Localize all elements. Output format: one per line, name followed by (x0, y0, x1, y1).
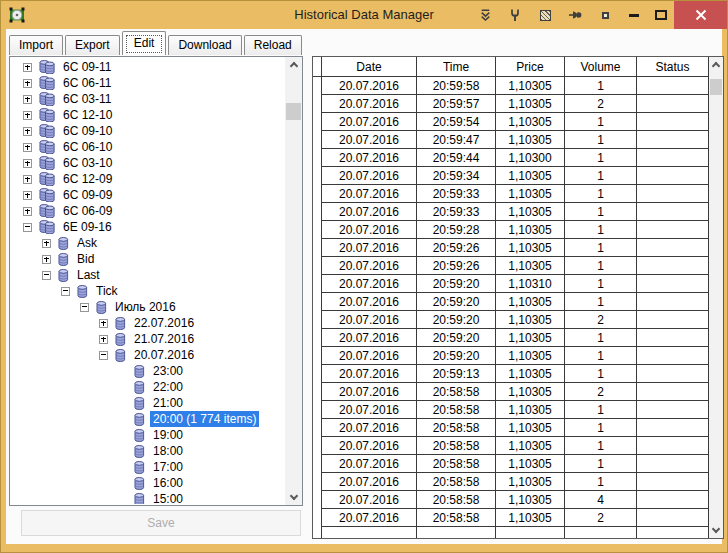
cell-date[interactable]: 20.07.2016 (322, 149, 417, 167)
cell-volume[interactable]: 1 (565, 203, 637, 221)
tree-item-label[interactable]: 23:00 (150, 363, 186, 379)
cell-volume[interactable]: 1 (565, 131, 637, 149)
cell-price[interactable]: 1,10305 (496, 185, 565, 203)
cell-status[interactable] (637, 491, 709, 509)
tree-expand-icon[interactable] (99, 335, 108, 344)
cell-date[interactable]: 20.07.2016 (322, 257, 417, 275)
cell-date[interactable]: 20.07.2016 (322, 401, 417, 419)
cell-status[interactable] (637, 437, 709, 455)
cell-volume[interactable]: 2 (565, 383, 637, 401)
pin-icon[interactable] (560, 1, 590, 29)
cell-status[interactable] (637, 455, 709, 473)
cell-price[interactable]: 1,10300 (496, 149, 565, 167)
cell-date[interactable]: 20.07.2016 (322, 419, 417, 437)
tree-item-label[interactable]: Last (74, 267, 103, 283)
cell-time[interactable]: 20:59:20 (417, 293, 496, 311)
cell-status[interactable] (637, 149, 709, 167)
column-header-volume[interactable]: Volume (565, 57, 637, 76)
cell-status[interactable] (637, 167, 709, 185)
cell-status[interactable] (637, 509, 709, 527)
tab-export[interactable]: Export (65, 35, 120, 55)
cell-volume[interactable]: 1 (565, 365, 637, 383)
cell-date[interactable]: 20.07.2016 (322, 95, 417, 113)
tree-item-label[interactable]: 15:00 (150, 491, 186, 504)
tree-item-label[interactable]: Ask (74, 235, 100, 251)
tree-item-label[interactable]: 18:00 (150, 443, 186, 459)
cell-volume[interactable]: 1 (565, 329, 637, 347)
cell-volume[interactable]: 1 (565, 455, 637, 473)
small-box-icon[interactable] (590, 1, 620, 29)
cell-volume[interactable]: 1 (565, 77, 637, 95)
cell-status[interactable] (637, 257, 709, 275)
tree-expand-icon[interactable] (42, 255, 51, 264)
scroll-down-icon[interactable] (289, 492, 297, 500)
cell-price[interactable]: 1,10305 (496, 293, 565, 311)
cell-date[interactable]: 20.07.2016 (322, 221, 417, 239)
cell-price[interactable]: 1,10305 (496, 419, 565, 437)
tree-expand-icon[interactable] (23, 63, 32, 72)
cell-date[interactable]: 20.07.2016 (322, 239, 417, 257)
cell-status[interactable] (637, 473, 709, 491)
cell-date[interactable]: 20.07.2016 (322, 185, 417, 203)
cell-status[interactable] (637, 95, 709, 113)
cell-status[interactable] (637, 419, 709, 437)
cell-price[interactable]: 1,10305 (496, 437, 565, 455)
cell-time[interactable]: 20:58:58 (417, 491, 496, 509)
cell-volume[interactable]: 1 (565, 149, 637, 167)
tree-item-label[interactable]: 22:00 (150, 379, 186, 395)
cell-time[interactable]: 20:58:58 (417, 437, 496, 455)
cell-price[interactable]: 1,10305 (496, 401, 565, 419)
tree-collapse-icon[interactable] (61, 287, 70, 296)
cell-status[interactable] (637, 239, 709, 257)
cell-date[interactable]: 20.07.2016 (322, 311, 417, 329)
tree-expand-icon[interactable] (23, 127, 32, 136)
tree-collapse-icon[interactable] (99, 351, 108, 360)
save-button[interactable]: Save (21, 510, 301, 536)
cell-volume[interactable]: 1 (565, 347, 637, 365)
tree-collapse-icon[interactable] (80, 303, 89, 312)
cell-time[interactable]: 20:58:58 (417, 455, 496, 473)
cell-status[interactable] (637, 365, 709, 383)
cell-volume[interactable]: 1 (565, 113, 637, 131)
cell-price[interactable]: 1,10305 (496, 473, 565, 491)
cell-time[interactable]: 20:59:33 (417, 203, 496, 221)
tree-expand-icon[interactable] (23, 79, 32, 88)
cell-date[interactable]: 20.07.2016 (322, 293, 417, 311)
wrench-icon[interactable] (500, 1, 530, 29)
column-header-status[interactable]: Status (637, 57, 709, 76)
cell-status[interactable] (637, 185, 709, 203)
cell-status[interactable] (637, 77, 709, 95)
cell-price[interactable]: 1,10305 (496, 311, 565, 329)
cell-date[interactable]: 20.07.2016 (322, 491, 417, 509)
cell-volume[interactable]: 2 (565, 509, 637, 527)
cell-volume[interactable]: 1 (565, 257, 637, 275)
tree-collapse-icon[interactable] (42, 271, 51, 280)
cell-status[interactable] (637, 311, 709, 329)
gauge-icon[interactable] (9, 7, 25, 23)
cell-date[interactable]: 20.07.2016 (322, 203, 417, 221)
tree-item-label[interactable]: Июль 2016 (112, 299, 179, 315)
tree-item-label[interactable]: 6C 12-09 (60, 171, 115, 187)
cell-date[interactable]: 20.07.2016 (322, 329, 417, 347)
tree-item-label[interactable]: 21:00 (150, 395, 186, 411)
cell-time[interactable] (417, 527, 496, 538)
tree-item-label[interactable]: 16:00 (150, 475, 186, 491)
cell-price[interactable]: 1,10305 (496, 455, 565, 473)
cell-status[interactable] (637, 113, 709, 131)
tree-expand-icon[interactable] (23, 207, 32, 216)
column-header-time[interactable]: Time (417, 57, 496, 76)
cell-time[interactable]: 20:59:28 (417, 221, 496, 239)
cell-time[interactable]: 20:59:26 (417, 239, 496, 257)
tree-item-label[interactable]: Bid (74, 251, 97, 267)
tab-download[interactable]: Download (168, 35, 241, 55)
cell-date[interactable]: 20.07.2016 (322, 509, 417, 527)
cell-time[interactable]: 20:59:20 (417, 311, 496, 329)
tree-expand-icon[interactable] (23, 95, 32, 104)
tree-item-label[interactable]: 6C 03-11 (60, 91, 114, 107)
tree-item-label[interactable]: 6C 12-10 (60, 107, 115, 123)
tree-item-label[interactable]: 6C 06-09 (60, 203, 115, 219)
tree-item-label[interactable]: 20.07.2016 (131, 347, 197, 363)
cell-status[interactable] (637, 401, 709, 419)
scroll-down-icon[interactable] (712, 525, 720, 533)
cell-price[interactable]: 1,10305 (496, 95, 565, 113)
